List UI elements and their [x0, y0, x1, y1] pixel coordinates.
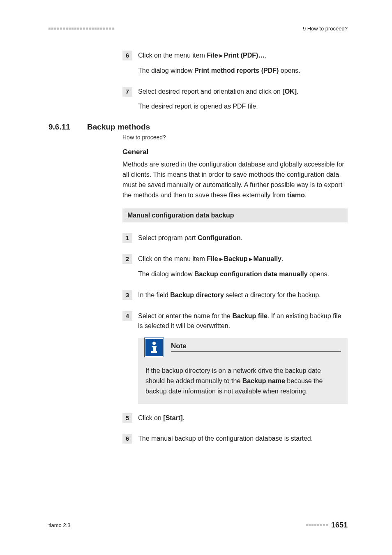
note-body: If the backup directory is on a network … [145, 366, 341, 396]
decorative-dots-right [306, 524, 328, 526]
step-text: In the field Backup directory select a d… [138, 290, 348, 301]
page-number: 1651 [331, 521, 348, 530]
svg-point-0 [152, 342, 156, 345]
backup-step-5: 5 Click on [Start]. [122, 413, 348, 423]
section-heading: 9.6.11 Backup methods [48, 123, 348, 132]
step-number: 2 [122, 254, 132, 264]
step-6-print-pdf: 6 Click on the menu item File▶Print (PDF… [122, 51, 348, 76]
section-breadcrumb: How to proceed? [122, 134, 348, 141]
step-number: 6 [122, 51, 132, 60]
step-7-select-report: 7 Select desired report and orientation … [122, 87, 348, 112]
info-icon [145, 338, 164, 357]
page-header: 9 How to proceed? [48, 25, 348, 32]
step-number: 1 [122, 233, 132, 243]
backup-step-6: 6 The manual backup of the configuration… [122, 434, 348, 444]
step-text: Click on the menu item File▶Print (PDF)…… [138, 51, 348, 61]
triangle-icon: ▶ [218, 257, 224, 261]
step-number: 4 [122, 311, 132, 321]
footer-product: tiamo 2.3 [48, 522, 70, 528]
header-chapter-title: 9 How to proceed? [303, 25, 348, 32]
general-paragraph: Methods are stored in the configuration … [122, 160, 348, 200]
step-number: 5 [122, 413, 132, 423]
step-text: Click on the menu item File▶Backup▶Manua… [138, 254, 348, 264]
step-text: Select or enter the name for the Backup … [138, 311, 348, 332]
step-text: Select program part Configuration. [138, 233, 348, 243]
step-subtext: The dialog window Print method reports (… [138, 66, 348, 76]
triangle-icon: ▶ [248, 257, 254, 261]
step-subtext: The dialog window Backup configuration d… [138, 269, 348, 280]
step-number: 6 [122, 434, 132, 444]
note-title: Note [171, 342, 341, 351]
triangle-icon: ▶ [218, 53, 224, 58]
decorative-dots-left [48, 28, 114, 30]
general-heading: General [122, 148, 348, 156]
step-text: The manual backup of the configuration d… [138, 434, 348, 444]
backup-step-3: 3 In the field Backup directory select a… [122, 290, 348, 301]
manual-backup-subhead: Manual configuration data backup [122, 208, 348, 222]
section-title: Backup methods [87, 123, 150, 132]
step-number: 7 [122, 87, 132, 97]
backup-step-1: 1 Select program part Configuration. [122, 233, 348, 243]
note-rule [171, 352, 341, 352]
step-text: Click on [Start]. [138, 413, 348, 423]
svg-rect-3 [151, 351, 157, 353]
page-footer: tiamo 2.3 1651 [48, 521, 348, 530]
backup-step-2: 2 Click on the menu item File▶Backup▶Man… [122, 254, 348, 280]
svg-rect-2 [153, 346, 156, 352]
step-number: 3 [122, 290, 132, 300]
section-number: 9.6.11 [48, 123, 87, 132]
step-text: Select desired report and orientation an… [138, 87, 348, 97]
backup-step-4: 4 Select or enter the name for the Backu… [122, 311, 348, 332]
note-box: Note If the backup directory is on a net… [138, 338, 348, 404]
step-subtext: The desired report is opened as PDF file… [138, 102, 348, 112]
